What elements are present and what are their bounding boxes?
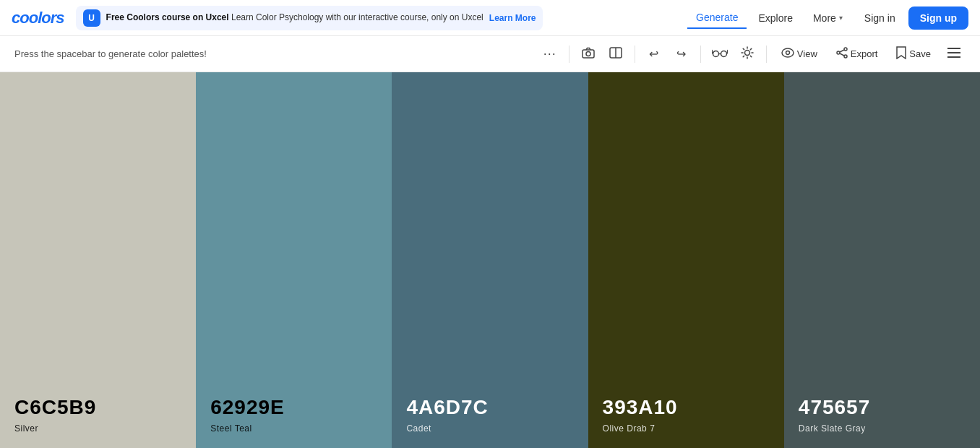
swatch-hex-code: 475657 — [799, 396, 966, 419]
view-button[interactable]: View — [774, 43, 825, 64]
share-icon — [836, 47, 848, 61]
camera-button[interactable] — [577, 43, 600, 66]
layout-icon — [609, 47, 622, 61]
signin-button[interactable]: Sign in — [854, 8, 906, 28]
nav-explore[interactable]: Explore — [749, 8, 801, 28]
hamburger-menu-button[interactable] — [942, 43, 966, 66]
color-swatch-4a6d7c[interactable]: 4A6D7C Cadet — [392, 72, 588, 448]
color-swatch-c6c5b9[interactable]: C6C5B9 Silver — [0, 72, 196, 448]
toolbar-divider-1 — [569, 46, 569, 63]
svg-point-17 — [844, 48, 847, 51]
toolbar-divider-3 — [700, 46, 701, 63]
swatch-hex-code: C6C5B9 — [14, 396, 181, 419]
swatch-color-name: Silver — [14, 423, 181, 434]
svg-point-4 — [713, 51, 718, 56]
toolbar-divider-4 — [766, 46, 767, 63]
signup-button[interactable]: Sign up — [908, 7, 968, 30]
swatch-color-name: Olive Drab 7 — [603, 423, 770, 434]
color-swatch-62929e[interactable]: 62929E Steel Teal — [196, 72, 392, 448]
save-label: Save — [909, 48, 931, 59]
nav-links: Generate Explore More ▾ Sign in Sign up — [687, 7, 968, 30]
accessibility-button[interactable] — [708, 43, 731, 66]
toolbar-divider-2 — [635, 46, 635, 63]
redo-button[interactable]: ↪ — [670, 43, 693, 66]
swatch-hex-code: 4A6D7C — [406, 396, 573, 419]
svg-point-1 — [586, 51, 590, 56]
uxcel-promo-banner[interactable]: U Free Coolors course on Uxcel Learn Col… — [76, 6, 543, 30]
swatch-hex-code: 62929E — [210, 396, 377, 419]
save-button[interactable]: Save — [889, 42, 938, 66]
color-palette: C6C5B9 Silver 62929E Steel Teal 4A6D7C C… — [0, 72, 980, 448]
layout-button[interactable] — [604, 43, 627, 66]
nav-generate[interactable]: Generate — [687, 7, 747, 29]
learn-more-link[interactable]: Learn More — [489, 13, 536, 23]
export-label: Export — [851, 48, 878, 59]
dots-icon: ··· — [543, 46, 556, 61]
menu-icon — [947, 48, 960, 60]
svg-point-18 — [837, 51, 840, 54]
color-swatch-475657[interactable]: 475657 Dark Slate Gray — [784, 72, 980, 448]
brightness-button[interactable] — [736, 43, 759, 66]
spacebar-hint: Press the spacebar to generate color pal… — [14, 48, 533, 59]
svg-line-20 — [840, 50, 844, 52]
toolbar-actions: ··· ↩ ↪ — [538, 42, 966, 66]
svg-line-21 — [840, 53, 844, 56]
bookmark-icon — [896, 46, 906, 61]
svg-point-19 — [844, 55, 847, 58]
sun-icon — [741, 46, 754, 62]
coolors-logo[interactable]: coolors — [12, 9, 64, 27]
color-swatch-393a10[interactable]: 393A10 Olive Drab 7 — [588, 72, 784, 448]
swatch-color-name: Steel Teal — [210, 423, 377, 434]
swatch-hex-code: 393A10 — [603, 396, 770, 419]
camera-icon — [582, 47, 595, 61]
nav-more[interactable]: More ▾ — [804, 8, 851, 28]
export-button[interactable]: Export — [829, 43, 885, 65]
uxcel-icon: U — [83, 9, 100, 27]
svg-line-11 — [743, 48, 744, 49]
top-navigation: coolors U Free Coolors course on Uxcel L… — [0, 0, 980, 36]
svg-line-14 — [743, 56, 744, 56]
redo-icon: ↪ — [676, 47, 686, 61]
svg-rect-0 — [583, 50, 594, 58]
svg-point-15 — [782, 48, 794, 57]
chevron-down-icon: ▾ — [839, 14, 843, 22]
svg-point-6 — [744, 50, 749, 55]
view-label: View — [797, 48, 817, 59]
eye-icon — [781, 48, 794, 60]
swatch-color-name: Dark Slate Gray — [799, 423, 966, 434]
palette-toolbar: Press the spacebar to generate color pal… — [0, 36, 980, 72]
swatch-color-name: Cadet — [406, 423, 573, 434]
svg-line-13 — [750, 48, 751, 49]
svg-point-5 — [721, 51, 726, 56]
glasses-icon — [712, 48, 728, 61]
undo-button[interactable]: ↩ — [642, 43, 666, 66]
more-options-button[interactable]: ··· — [538, 43, 562, 66]
undo-icon: ↩ — [649, 47, 658, 61]
svg-line-12 — [750, 56, 751, 56]
uxcel-promo-text: Free Coolors course on Uxcel Learn Color… — [106, 12, 483, 24]
svg-point-16 — [786, 51, 789, 55]
